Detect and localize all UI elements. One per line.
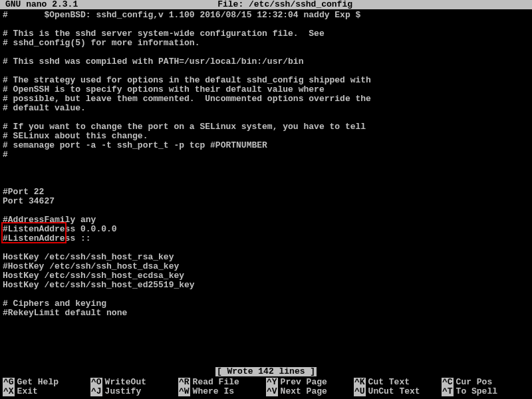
help-label: Read File	[193, 378, 239, 387]
help-key: ^J	[90, 387, 102, 396]
help-key: ^U	[354, 387, 366, 396]
help-key: ^T	[442, 387, 454, 396]
help-item[interactable]: ^JJustify	[90, 387, 178, 396]
file-path: File: /etc/ssh/sshd_config	[78, 0, 532, 9]
help-label: Cur Pos	[456, 378, 493, 387]
help-item[interactable]: ^RRead File	[178, 378, 266, 387]
titlebar: GNU nano 2.3.1 File: /etc/ssh/sshd_confi…	[0, 0, 532, 9]
help-label: Prev Page	[281, 378, 327, 387]
help-key: ^X	[3, 387, 15, 396]
help-bar: ^GGet Help^OWriteOut^RRead File^YPrev Pa…	[0, 378, 532, 396]
status-bar: [ Wrote 142 lines ]	[0, 367, 532, 376]
help-label: UnCut Text	[368, 387, 420, 396]
editor-content[interactable]: # $OpenBSD: sshd_config,v 1.100 2016/08/…	[0, 9, 532, 319]
help-item[interactable]: ^KCut Text	[354, 378, 442, 387]
help-key: ^K	[354, 378, 366, 387]
help-item[interactable]: ^VNext Page	[266, 387, 354, 396]
help-item[interactable]: ^YPrev Page	[266, 378, 354, 387]
help-item[interactable]: ^XExit	[3, 387, 90, 396]
help-label: Next Page	[281, 387, 327, 396]
app-name: GNU nano 2.3.1	[0, 0, 78, 9]
help-key: ^G	[3, 378, 15, 387]
help-key: ^Y	[266, 378, 278, 387]
help-item[interactable]: ^UUnCut Text	[354, 387, 442, 396]
help-label: Get Help	[17, 378, 59, 387]
help-key: ^V	[266, 387, 278, 396]
help-key: ^R	[178, 378, 190, 387]
help-label: Where Is	[193, 387, 234, 396]
help-item[interactable]: ^GGet Help	[3, 378, 90, 387]
help-row-1: ^GGet Help^OWriteOut^RRead File^YPrev Pa…	[3, 378, 529, 387]
help-key: ^O	[90, 378, 102, 387]
help-label: Justify	[105, 387, 142, 396]
help-key: ^C	[442, 378, 454, 387]
help-key: ^W	[178, 387, 190, 396]
help-row-2: ^XExit^JJustify^WWhere Is^VNext Page^UUn…	[3, 387, 529, 396]
help-label: To Spell	[456, 387, 497, 396]
help-item[interactable]: ^TTo Spell	[442, 387, 529, 396]
status-message: [ Wrote 142 lines ]	[215, 367, 317, 376]
help-label: Cut Text	[368, 378, 410, 387]
help-item[interactable]: ^WWhere Is	[178, 387, 266, 396]
help-item[interactable]: ^CCur Pos	[442, 378, 529, 387]
help-item[interactable]: ^OWriteOut	[90, 378, 178, 387]
help-label: Exit	[17, 387, 38, 396]
help-label: WriteOut	[105, 378, 146, 387]
